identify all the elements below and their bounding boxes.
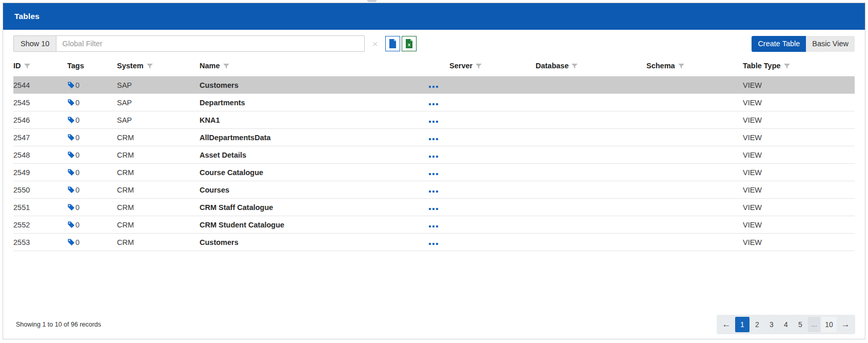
cell-table-type: VIEW — [743, 129, 855, 146]
cell-schema — [646, 146, 743, 164]
page-button-4[interactable]: 4 — [779, 317, 793, 332]
page-size-button[interactable]: Show 10 — [13, 35, 56, 52]
col-header-actions — [418, 57, 449, 77]
cell-system: CRM — [117, 146, 200, 164]
row-actions-icon[interactable] — [429, 225, 438, 227]
page-button-3[interactable]: 3 — [765, 317, 778, 332]
cell-database — [536, 234, 646, 251]
cell-id: 2553 — [13, 234, 67, 251]
cell-schema — [646, 216, 743, 234]
view-toggle-group: Create Table Basic View — [752, 36, 855, 52]
create-table-button[interactable]: Create Table — [752, 36, 806, 52]
row-actions-icon[interactable] — [429, 190, 438, 193]
cell-server — [449, 164, 536, 181]
cell-schema — [646, 181, 743, 199]
filter-icon[interactable] — [147, 64, 153, 69]
cell-schema — [646, 94, 743, 111]
row-actions-icon[interactable] — [429, 121, 438, 123]
cell-server — [449, 181, 536, 199]
global-filter-input[interactable] — [56, 35, 365, 52]
filter-icon[interactable] — [223, 64, 229, 69]
row-actions-icon[interactable] — [429, 208, 438, 210]
basic-view-button[interactable]: Basic View — [806, 36, 855, 52]
filter-icon[interactable] — [24, 64, 30, 69]
export-csv-button[interactable] — [385, 36, 400, 51]
table-row[interactable]: 2551 0 CRM CRM Staff Catalogue VIEW — [13, 199, 855, 216]
cell-system: SAP — [117, 111, 200, 129]
cell-name: Customers — [200, 77, 418, 94]
row-actions-icon[interactable] — [429, 243, 438, 245]
next-page-icon[interactable]: → — [838, 317, 853, 332]
row-actions-icon[interactable] — [429, 138, 438, 140]
table-row[interactable]: 2553 0 CRM Customers VIEW — [13, 234, 855, 251]
prev-page-icon[interactable]: ← — [719, 317, 734, 332]
cell-actions — [418, 234, 449, 251]
cell-tags: 0 — [67, 94, 117, 111]
row-actions-icon[interactable] — [429, 86, 438, 88]
table-row[interactable]: 2549 0 CRM Course Catalogue VIEW — [13, 164, 855, 181]
tag-icon — [67, 151, 75, 159]
cell-server — [449, 77, 536, 94]
row-actions-icon[interactable] — [429, 103, 438, 105]
table-row[interactable]: 2544 0 SAP Customers VIEW — [13, 77, 855, 94]
cell-name: AllDepartmentsData — [200, 129, 418, 146]
row-actions-icon[interactable] — [429, 173, 438, 175]
col-header-table-type[interactable]: Table Type — [743, 57, 855, 77]
cell-database — [536, 146, 646, 164]
cell-system: CRM — [117, 216, 200, 234]
page-button-10[interactable]: 10 — [821, 317, 837, 332]
export-excel-button[interactable]: x — [402, 36, 417, 51]
filter-icon[interactable] — [678, 64, 684, 69]
page-button-2[interactable]: 2 — [751, 317, 764, 332]
tag-icon — [67, 134, 75, 141]
cell-name: CRM Staff Catalogue — [200, 199, 418, 216]
tables-table: ID Tags System Name Server Database Sche… — [13, 57, 855, 251]
col-header-system[interactable]: System — [117, 57, 200, 77]
col-header-database[interactable]: Database — [536, 57, 646, 77]
cell-server — [449, 199, 536, 216]
col-header-name[interactable]: Name — [200, 57, 418, 77]
tag-icon — [67, 168, 75, 176]
cell-system: SAP — [117, 77, 200, 94]
col-header-server[interactable]: Server — [449, 57, 536, 77]
table-row[interactable]: 2545 0 SAP Departments VIEW — [13, 94, 855, 111]
filter-icon[interactable] — [571, 64, 578, 69]
page-title: Tables — [14, 12, 40, 21]
cell-table-type: VIEW — [743, 164, 855, 181]
cell-id: 2552 — [13, 216, 67, 234]
cell-system: CRM — [117, 129, 200, 146]
page-button-1[interactable]: 1 — [735, 317, 749, 332]
cell-database — [536, 111, 646, 129]
table-row[interactable]: 2548 0 CRM Asset Details VIEW — [13, 146, 855, 164]
clear-filter-icon[interactable]: × — [372, 39, 378, 49]
col-header-id[interactable]: ID — [13, 57, 67, 77]
cell-tags: 0 — [67, 146, 117, 164]
table-row[interactable]: 2547 0 CRM AllDepartmentsData VIEW — [13, 129, 855, 146]
table-row[interactable]: 2546 0 SAP KNA1 VIEW — [13, 111, 855, 129]
cell-name: CRM Student Catalogue — [200, 216, 418, 234]
cell-table-type: VIEW — [743, 199, 855, 216]
filter-icon[interactable] — [784, 64, 790, 69]
excel-file-icon: x — [405, 39, 413, 49]
table-row[interactable]: 2550 0 CRM Courses VIEW — [13, 181, 855, 199]
col-header-schema[interactable]: Schema — [646, 57, 743, 77]
table-row[interactable]: 2552 0 CRM CRM Student Catalogue VIEW — [13, 216, 855, 234]
tag-icon — [67, 186, 75, 194]
cell-server — [449, 146, 536, 164]
cell-actions — [418, 111, 449, 129]
page-button-5[interactable]: 5 — [794, 317, 807, 332]
row-actions-icon[interactable] — [429, 156, 438, 158]
cell-database — [536, 77, 646, 94]
cell-schema — [646, 111, 743, 129]
cell-id: 2548 — [13, 146, 67, 164]
records-status: Showing 1 to 10 of 96 records — [16, 321, 101, 328]
cell-id: 2545 — [13, 94, 67, 111]
cell-id: 2544 — [13, 77, 67, 94]
cell-system: CRM — [117, 164, 200, 181]
tag-count: 0 — [75, 151, 80, 159]
cell-id: 2551 — [13, 199, 67, 216]
cell-tags: 0 — [67, 181, 117, 199]
col-header-tags[interactable]: Tags — [67, 57, 117, 77]
filter-icon[interactable] — [476, 64, 482, 69]
tag-count: 0 — [75, 203, 80, 212]
